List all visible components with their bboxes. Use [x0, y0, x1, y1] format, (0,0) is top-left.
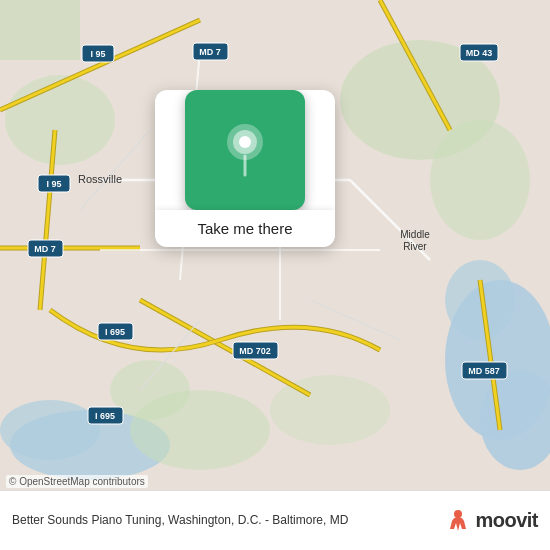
svg-text:I 695: I 695: [95, 411, 115, 421]
svg-point-9: [430, 120, 530, 240]
svg-text:MD 702: MD 702: [239, 346, 271, 356]
svg-text:I 95: I 95: [90, 49, 105, 59]
svg-text:I 95: I 95: [46, 179, 61, 189]
svg-text:MD 7: MD 7: [34, 244, 56, 254]
svg-point-7: [5, 75, 115, 165]
moovit-brand-icon: [444, 507, 472, 535]
map-attribution: © OpenStreetMap contributors: [6, 475, 148, 488]
location-description: Better Sounds Piano Tuning, Washington, …: [12, 513, 436, 529]
take-me-there-button[interactable]: Take me there: [155, 210, 335, 247]
svg-text:MD 7: MD 7: [199, 47, 221, 57]
svg-text:MD 587: MD 587: [468, 366, 500, 376]
moovit-logo: moovit: [444, 507, 538, 535]
popup-card: Take me there: [155, 90, 335, 247]
svg-point-3: [445, 260, 515, 340]
svg-point-5: [0, 400, 100, 460]
svg-point-56: [239, 136, 251, 148]
svg-text:Middle: Middle: [400, 229, 430, 240]
svg-text:MD 43: MD 43: [466, 48, 493, 58]
svg-rect-6: [0, 0, 80, 60]
pin-icon: [220, 120, 270, 180]
svg-text:I 695: I 695: [105, 327, 125, 337]
bottom-bar: Better Sounds Piano Tuning, Washington, …: [0, 490, 550, 550]
svg-point-57: [454, 510, 462, 518]
pin-button-wrapper: Take me there: [155, 90, 335, 247]
moovit-text: moovit: [475, 509, 538, 532]
location-pin-background: [185, 90, 305, 210]
svg-text:Rossville: Rossville: [78, 173, 122, 185]
svg-text:River: River: [403, 241, 427, 252]
map-container: I 95 I 95 MD 7 MD 43 MD 7 MD 702 I 695 I…: [0, 0, 550, 490]
